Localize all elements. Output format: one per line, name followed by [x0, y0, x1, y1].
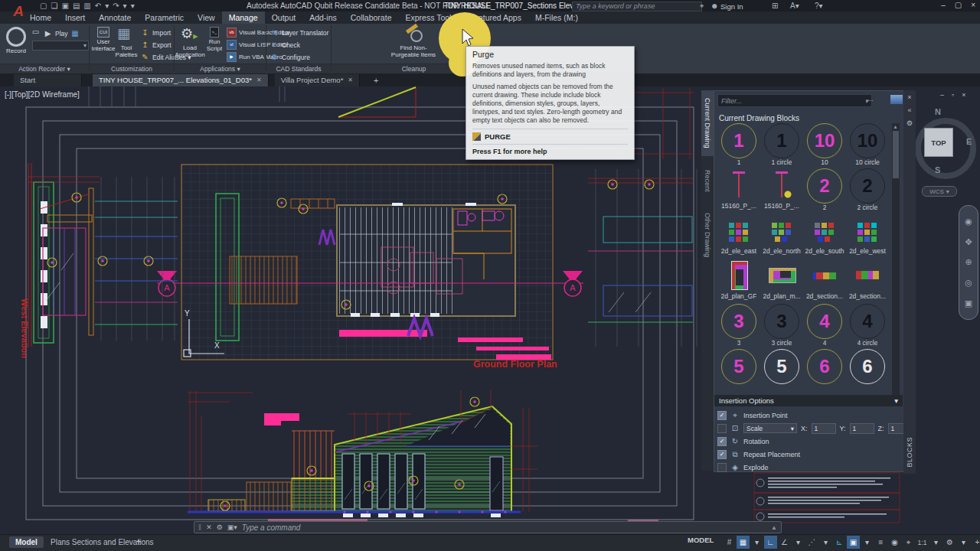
- status-icon[interactable]: ⋰: [805, 536, 818, 549]
- palette-autohide-icon[interactable]: «: [907, 106, 911, 114]
- close-tab-icon[interactable]: ✕: [348, 74, 353, 86]
- new-layout-button[interactable]: +: [136, 536, 141, 546]
- manage-action-icon[interactable]: ▦: [70, 28, 80, 38]
- export-button[interactable]: ↥ Export: [140, 40, 172, 50]
- wcs-menu[interactable]: WCS▾: [922, 186, 957, 197]
- customize-command-icon[interactable]: ⚙: [217, 523, 223, 531]
- explode-checkbox[interactable]: [717, 463, 727, 472]
- palette-close-icon[interactable]: ×: [907, 93, 911, 101]
- close-button[interactable]: ×: [971, 1, 975, 9]
- status-icon[interactable]: ∠: [778, 536, 791, 549]
- command-expand-icon[interactable]: ▲: [771, 524, 777, 531]
- tab-recent[interactable]: Recent: [701, 161, 714, 201]
- tab-other-drawing[interactable]: Other Drawing: [701, 205, 714, 265]
- file-tab-start[interactable]: Start: [14, 74, 82, 86]
- command-line[interactable]: ‖ ✕ ⚙ ▣▾ Type a command ▲: [194, 521, 782, 533]
- status-icon[interactable]: ▦: [737, 536, 750, 549]
- file-tab-doc2[interactable]: Villa Project Demo*✕: [275, 74, 360, 86]
- command-close-icon[interactable]: ✕: [206, 523, 212, 531]
- block-item[interactable]: 2d_plan_m...: [760, 259, 803, 304]
- autodesk-account-icon[interactable]: A▾: [790, 2, 799, 10]
- block-item[interactable]: 10 10: [803, 123, 846, 168]
- command-drag-handle[interactable]: ‖: [198, 523, 201, 532]
- tool-palettes-button[interactable]: ▦ Tool Palettes: [114, 25, 139, 58]
- ribbon-tab[interactable]: Annotate: [92, 11, 138, 24]
- scrollbar-thumb[interactable]: [893, 131, 899, 178]
- viewcube-north[interactable]: N: [935, 107, 941, 116]
- status-icon[interactable]: ▾: [792, 536, 805, 549]
- status-icon[interactable]: ▣: [847, 536, 860, 549]
- record-button[interactable]: Record: [2, 25, 31, 55]
- status-icon[interactable]: ⊾: [833, 536, 846, 549]
- qat-icon[interactable]: ❏: [51, 1, 57, 11]
- scale-x-input[interactable]: 1: [812, 423, 836, 434]
- layer-translator-button[interactable]: ⇆ Layer Translator: [270, 28, 328, 37]
- status-icon[interactable]: ▾: [750, 536, 763, 549]
- scale-checkbox[interactable]: [717, 424, 727, 433]
- qat-icon[interactable]: ▣: [61, 1, 68, 11]
- collapse-icon[interactable]: ▾: [894, 396, 898, 405]
- block-item[interactable]: 15160_P_...: [717, 168, 760, 214]
- minimize-button[interactable]: –: [941, 1, 946, 9]
- block-item[interactable]: 2d_ele_south: [803, 214, 846, 259]
- viewport-controls-label[interactable]: [-][Top][2D Wireframe]: [5, 90, 80, 99]
- status-icon[interactable]: ≡: [874, 536, 887, 549]
- ribbon-tab[interactable]: Manage: [222, 11, 265, 24]
- search-input[interactable]: Type a keyword or phrase: [572, 2, 702, 11]
- block-item[interactable]: 5: [717, 349, 760, 394]
- block-item[interactable]: 15160_P_...: [760, 168, 803, 214]
- block-item[interactable]: 2 2 circle: [846, 168, 889, 214]
- tab-current-drawing[interactable]: Current Drawing: [701, 90, 714, 156]
- drawing-restore-button[interactable]: ▫: [952, 91, 954, 99]
- block-item[interactable]: 2 2: [803, 168, 846, 214]
- status-icon[interactable]: ∟: [764, 536, 777, 549]
- navbar-icon[interactable]: ✥: [965, 237, 972, 247]
- status-icon[interactable]: ▾: [819, 536, 832, 549]
- block-item[interactable]: 4 4: [803, 304, 846, 349]
- block-item[interactable]: 1 1: [717, 123, 760, 168]
- panel-label-action-recorder[interactable]: Action Recorder ▾: [0, 64, 89, 74]
- qat-icon[interactable]: ↶: [95, 1, 101, 11]
- app-store-icon[interactable]: ⊞: [772, 2, 778, 10]
- viewcube-south[interactable]: S: [935, 165, 940, 174]
- panel-label-cad-standards[interactable]: CAD Standards: [266, 64, 331, 74]
- scale-select[interactable]: Scale▾: [743, 423, 797, 433]
- status-icon[interactable]: ◉: [888, 536, 901, 549]
- qat-icon[interactable]: ▥: [83, 1, 90, 11]
- scale-y-input[interactable]: 1: [850, 423, 874, 434]
- status-icon[interactable]: 1:1: [916, 536, 929, 549]
- viewcube-top-face[interactable]: TOP: [924, 128, 953, 157]
- viewcube-east[interactable]: E: [966, 137, 972, 146]
- block-item[interactable]: 2d_ele_north: [760, 214, 803, 259]
- status-icon[interactable]: +: [971, 536, 980, 549]
- ribbon-tab[interactable]: Collaborate: [344, 11, 399, 24]
- block-item[interactable]: 5: [760, 349, 803, 394]
- qat-icon[interactable]: ▾: [131, 1, 135, 11]
- model-space-label[interactable]: MODEL: [688, 536, 714, 544]
- navbar-icon[interactable]: ⊕: [965, 257, 972, 267]
- load-application-button[interactable]: ⚙▶ Load Application: [176, 25, 204, 58]
- ribbon-tab[interactable]: Output: [265, 11, 303, 24]
- user-icon[interactable]: ☻: [710, 2, 719, 10]
- drawing-close-button[interactable]: ×: [962, 91, 965, 99]
- navbar-icon[interactable]: ◎: [965, 278, 972, 288]
- check-button[interactable]: ✓ Check: [270, 40, 300, 50]
- import-button[interactable]: ↧ Import: [140, 28, 171, 37]
- file-tab-doc1[interactable]: TINY HOUSE_TRP007_... Elevations_01_D03*…: [93, 74, 269, 86]
- palette-properties-icon[interactable]: ⚙: [906, 119, 913, 127]
- insertion-point-checkbox[interactable]: ✓: [717, 411, 727, 420]
- sign-in-button[interactable]: Sign In: [720, 2, 743, 11]
- ribbon-tab[interactable]: Add-ins: [302, 11, 344, 24]
- block-item[interactable]: 6: [846, 349, 889, 394]
- restore-button[interactable]: ▢: [955, 1, 962, 9]
- navbar-icon[interactable]: ◉: [965, 217, 972, 227]
- block-item[interactable]: 10 10 circle: [846, 123, 889, 168]
- panel-label-customization[interactable]: Customization: [90, 64, 174, 74]
- qat-icon[interactable]: ▤: [73, 1, 80, 11]
- ribbon-tab[interactable]: View: [191, 11, 222, 24]
- ribbon-tab[interactable]: Insert: [58, 11, 92, 24]
- new-drawing-tab[interactable]: +: [368, 74, 384, 86]
- run-script-button[interactable]: >_ Run Script: [204, 25, 225, 52]
- block-item[interactable]: 3 3 circle: [760, 304, 803, 349]
- model-tab[interactable]: Model: [9, 536, 44, 548]
